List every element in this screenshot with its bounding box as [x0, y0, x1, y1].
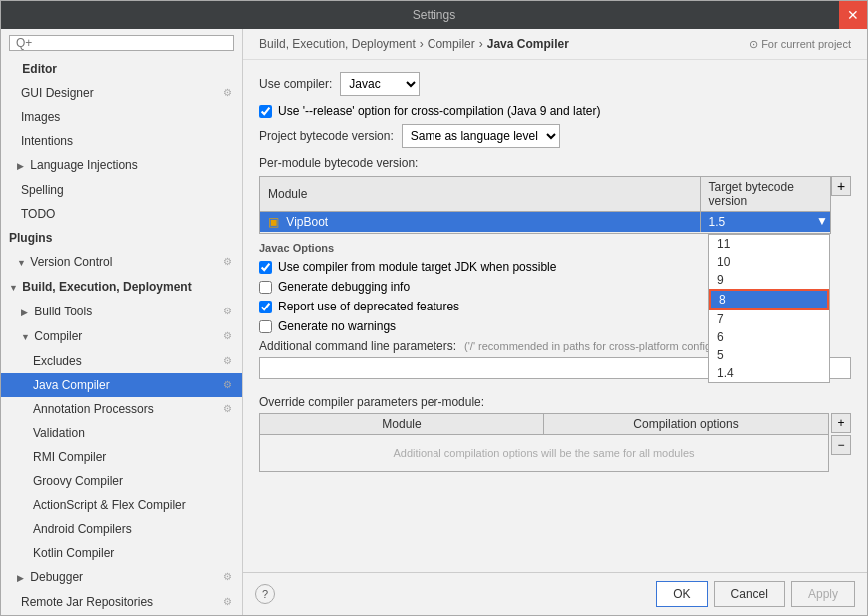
sidebar-item-build-execution[interactable]: ▼ Build, Execution, Deployment: [1, 275, 242, 300]
dialog-title: Settings: [413, 8, 455, 22]
drop-item-8[interactable]: 8: [709, 289, 829, 310]
content-area: Use compiler: Javac Eclipse Ajc Use '--r…: [243, 60, 867, 572]
release-option-row: Use '--release' option for cross-compila…: [259, 104, 851, 118]
breadcrumb-sep1: ›: [420, 37, 424, 51]
gear-icon: ⚙: [223, 399, 232, 419]
sidebar-item-build-tools[interactable]: ▶ Build Tools ⚙: [1, 300, 242, 324]
add-override-button[interactable]: +: [831, 413, 851, 433]
override-table-wrap: Module Compilation options Additional co…: [259, 413, 829, 472]
javac-cb1-label: Use compiler from module target JDK when…: [278, 260, 556, 274]
breadcrumb-part1: Build, Execution, Deployment: [259, 37, 416, 51]
module-version-cell: 1.5 ▼ 11 10 9 8 7: [700, 212, 830, 233]
gear-icon: ⚙: [223, 351, 232, 371]
override-table: Module Compilation options Additional co…: [260, 414, 828, 471]
cancel-button[interactable]: Cancel: [714, 581, 785, 607]
sidebar-item-kotlin-compiler[interactable]: Kotlin Compiler: [1, 541, 242, 565]
additional-params-label: Additional command line parameters:: [259, 339, 456, 353]
remove-override-button[interactable]: −: [831, 435, 851, 455]
override-table-container: Module Compilation options Additional co…: [259, 413, 851, 472]
sidebar-item-editor[interactable]: Editor: [1, 57, 242, 81]
override-options-col: Compilation options: [544, 414, 829, 435]
version-dropdown[interactable]: 11 10 9 8 7 6 5 1.4: [708, 234, 830, 383]
project-bytecode-label: Project bytecode version:: [259, 129, 394, 143]
drop-item-6[interactable]: 6: [709, 328, 829, 346]
module-col-header: Module: [260, 177, 700, 212]
sidebar-item-annotation-processors[interactable]: Annotation Processors ⚙: [1, 397, 242, 421]
release-label: Use '--release' option for cross-compila…: [278, 104, 600, 118]
override-module-col: Module: [260, 414, 544, 435]
help-button[interactable]: ?: [255, 584, 275, 604]
gear-icon: ⚙: [223, 375, 232, 395]
override-title: Override compiler parameters per-module:: [259, 395, 851, 409]
javac-cb3-label: Report use of deprecated features: [278, 300, 459, 313]
project-bytecode-select[interactable]: Same as language level: [402, 124, 560, 148]
gear-icon: ⚙: [223, 592, 232, 612]
drop-item-11[interactable]: 11: [709, 235, 829, 253]
sidebar-item-debugger[interactable]: ▶ Debugger ⚙: [1, 565, 242, 590]
compiler-select[interactable]: Javac Eclipse Ajc: [340, 72, 420, 96]
sidebar-item-intentions[interactable]: Intentions: [1, 129, 242, 153]
sidebar-item-actionscript[interactable]: ActionScript & Flex Compiler: [1, 493, 242, 517]
search-box[interactable]: [9, 35, 234, 51]
expand-icon: ▼: [9, 278, 19, 298]
add-module-button[interactable]: +: [831, 176, 851, 196]
override-side-buttons: + −: [831, 413, 851, 455]
expand-icon: ▶: [17, 156, 27, 176]
javac-cb4[interactable]: [259, 320, 272, 333]
javac-cb4-label: Generate no warnings: [278, 319, 396, 333]
module-table-container: Module Target bytecode version ▣ VipBoot: [259, 176, 851, 234]
sidebar-item-validation[interactable]: Validation: [1, 421, 242, 445]
override-empty-row: Additional compilation options will be t…: [260, 435, 828, 472]
release-checkbox[interactable]: [259, 105, 272, 118]
breadcrumb: Build, Execution, Deployment › Compiler …: [243, 29, 867, 60]
sidebar-item-excludes[interactable]: Excludes ⚙: [1, 349, 242, 373]
javac-cb2[interactable]: [259, 281, 272, 294]
sidebar-item-language-injections[interactable]: ▶ Language Injections: [1, 153, 242, 178]
sidebar-item-deployment[interactable]: ▶ Deployment: [1, 614, 242, 615]
sidebar-item-version-control[interactable]: ▼ Version Control ⚙: [1, 250, 242, 275]
search-input[interactable]: [16, 36, 227, 50]
sidebar-item-todo[interactable]: TODO: [1, 202, 242, 226]
drop-item-5[interactable]: 5: [709, 346, 829, 364]
sidebar-item-remote-jar[interactable]: Remote Jar Repositories ⚙: [1, 590, 242, 614]
table-row[interactable]: ▣ VipBoot 1.5 ▼ 11: [260, 212, 830, 233]
sidebar-item-plugins[interactable]: Plugins: [1, 226, 242, 250]
breadcrumb-part2: Compiler: [428, 37, 475, 51]
use-compiler-row: Use compiler: Javac Eclipse Ajc: [259, 72, 851, 96]
javac-cb1[interactable]: [259, 261, 272, 274]
settings-dialog: Settings ✕ Editor GUI Designer ⚙ Images …: [0, 0, 868, 616]
gear-icon: ⚙: [223, 83, 232, 103]
breadcrumb-part3: Java Compiler: [487, 37, 569, 51]
dropdown-arrow-icon: ▼: [816, 214, 828, 228]
titlebar: Settings ✕: [1, 1, 867, 29]
apply-button[interactable]: Apply: [791, 581, 855, 607]
drop-item-10[interactable]: 10: [709, 253, 829, 271]
sidebar-item-spelling[interactable]: Spelling: [1, 178, 242, 202]
sidebar-item-java-compiler[interactable]: Java Compiler ⚙: [1, 373, 242, 397]
drop-item-7[interactable]: 7: [709, 310, 829, 328]
sidebar-item-groovy-compiler[interactable]: Groovy Compiler: [1, 469, 242, 493]
sidebar-item-android-compilers[interactable]: Android Compilers: [1, 517, 242, 541]
drop-item-1-4[interactable]: 1.4: [709, 364, 829, 382]
expand-icon: ▶: [21, 303, 31, 322]
sidebar-item-rmi-compiler[interactable]: RMI Compiler: [1, 445, 242, 469]
sidebar-item-images[interactable]: Images: [1, 105, 242, 129]
javac-cb3[interactable]: [259, 301, 272, 313]
sidebar-item-gui-designer[interactable]: GUI Designer ⚙: [1, 81, 242, 105]
footer-left: ?: [255, 584, 275, 604]
dialog-body: Editor GUI Designer ⚙ Images Intentions …: [1, 29, 867, 615]
drop-item-9[interactable]: 9: [709, 271, 829, 289]
ok-button[interactable]: OK: [656, 581, 707, 607]
sidebar: Editor GUI Designer ⚙ Images Intentions …: [1, 29, 243, 615]
close-button[interactable]: ✕: [839, 1, 867, 29]
for-current-project: ⊙ For current project: [749, 38, 851, 51]
module-icon: ▣: [268, 215, 279, 229]
override-empty-text: Additional compilation options will be t…: [260, 435, 828, 472]
module-table: Module Target bytecode version ▣ VipBoot: [260, 177, 830, 233]
project-bytecode-row: Project bytecode version: Same as langua…: [259, 124, 851, 148]
expand-icon: ▶: [17, 568, 27, 588]
gear-icon: ⚙: [223, 567, 232, 587]
sidebar-item-compiler[interactable]: ▼ Compiler ⚙: [1, 324, 242, 349]
target-col-header: Target bytecode version: [700, 177, 830, 212]
expand-icon: ▼: [21, 327, 31, 347]
